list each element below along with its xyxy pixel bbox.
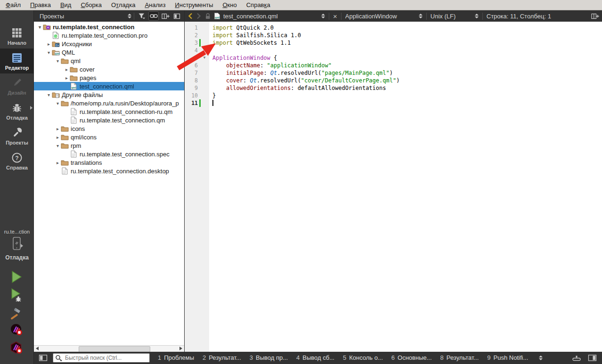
menu-item[interactable]: Справка [242,0,275,10]
tree-row[interactable]: qmltest_connection.qml [34,82,184,90]
tree-row[interactable]: ▸C+Исходники [34,40,184,48]
menu-item[interactable]: Вид [56,0,76,10]
menu-item[interactable]: Окно [218,0,241,10]
mode-help[interactable]: ?Справка [0,148,34,173]
line-number: 6 [185,62,198,69]
line-ending-dropdown[interactable]: Unix (LF) [431,13,479,20]
debug-run-button[interactable] [9,288,24,303]
tree-expand-arrow-icon[interactable]: ▾ [37,24,43,30]
tree-row[interactable]: ▾qmlQML [34,48,184,57]
tree-row[interactable]: ▾qml [34,57,184,65]
emulator-status-button-1[interactable] [9,323,24,338]
mode-editor[interactable]: Редактор [0,49,34,73]
output-pane-selector-arrows-icon[interactable] [539,356,543,360]
tree-row[interactable]: Qtru.template.test_connection.pro [34,31,184,40]
svg-text:Qt: Qt [54,35,57,38]
output-pane-button[interactable]: 6Основные... [387,352,436,364]
tree-expand-arrow-icon[interactable]: ▾ [55,58,61,64]
emulator-status-button-2[interactable] [9,341,24,356]
run-button[interactable] [9,270,24,285]
close-pane-icon[interactable] [172,11,182,21]
split-pane-icon[interactable] [160,11,171,21]
tree-row[interactable]: ru.template.test_connection-ru.qm [34,107,184,116]
gutter-line: 1 [185,24,209,32]
mode-label: Отладка [6,115,28,121]
menu-item[interactable]: Правка [25,0,56,10]
mode-welcome-grid[interactable]: Начало [0,24,34,49]
forward-icon[interactable] [196,12,202,20]
mode-projects-wrench[interactable]: Проекты [0,123,34,148]
menu-item[interactable]: Сборка [76,0,106,10]
menu-item[interactable]: Файл [1,0,25,10]
folder-icon [61,57,69,65]
toggle-left-sidebar-icon[interactable] [38,353,49,363]
back-icon[interactable] [187,12,193,20]
tree-row[interactable]: ▾/home/omp.ru/a.rusin/Desktop/aurora_p [34,99,184,107]
scroll-right-icon[interactable] [179,347,182,350]
scroll-left-icon[interactable] [36,347,39,350]
code-token [212,62,226,69]
tree-row[interactable]: ▸translations [34,158,184,167]
tree-expand-arrow-icon[interactable]: ▾ [46,50,52,55]
sync-with-editor-link-icon[interactable] [148,11,159,21]
folder-icon [61,159,69,166]
output-pane-button[interactable]: 5Консоль о... [339,352,387,364]
maximize-output-icon[interactable] [571,353,582,363]
build-button[interactable] [9,306,24,321]
code-line: initialPage: Qt.resolvedUrl("pages/MainP… [212,69,602,77]
kit-selector-button[interactable] [9,236,24,252]
tree-expand-arrow-icon[interactable]: ▸ [64,67,70,72]
output-pane-button[interactable]: 9Push Notifi... [483,352,532,364]
code-token: ApplicationWindow [212,55,270,61]
menu-item[interactable]: Инструменты [170,0,218,10]
tree-row[interactable]: ru.template.test_connection.qm [34,116,184,124]
menu-item[interactable]: Анализ [140,0,170,10]
tree-expand-arrow-icon[interactable]: ▾ [46,92,52,97]
output-pane-button[interactable]: 8Результат... [436,352,483,364]
code-view[interactable]: import QtQuick 2.0import Sailfish.Silica… [209,22,602,352]
open-document-dropdown[interactable]: qml test_connection.qml [214,12,325,20]
tree-row[interactable]: ▸qml/icons [34,133,184,141]
tree-row[interactable]: ▾ru.template.test_connection [34,23,184,31]
fold-marker-icon[interactable]: ▼ [203,56,206,60]
menu-item[interactable]: Отладка [106,0,140,10]
code-line: import QtWebSockets 1.1 [212,39,602,47]
tree-expand-arrow-icon[interactable]: ▸ [55,160,61,165]
projects-pane: Проекты ▾ru.template.test_connectionQtru… [34,10,184,352]
locator-search-box[interactable] [53,353,150,363]
tree-expand-arrow-icon[interactable]: ▸ [46,41,52,47]
tree-row[interactable]: ▸cover [34,65,184,73]
tree-row[interactable]: ▸pages [34,73,184,82]
tree-expand-arrow-icon[interactable]: ▸ [55,135,61,140]
tree-row[interactable]: ▾Другие файлы [34,90,184,99]
toggle-right-sidebar-icon[interactable] [587,353,598,363]
output-pane-button[interactable]: 2Результат... [198,352,245,364]
search-input[interactable] [64,354,147,362]
tree-expand-arrow-icon[interactable]: ▾ [55,101,61,106]
output-pane-button[interactable]: 3Вывод пр... [245,352,292,364]
ide-window: ФайлПравкаВидСборкаОтладкаАнализИнструме… [0,0,602,364]
tree-row[interactable]: ▾rpm [34,141,184,150]
split-editor-icon[interactable] [591,13,599,20]
close-document-icon[interactable]: × [333,13,337,20]
tree-row[interactable]: ru.template.test_connection.spec [34,150,184,158]
mode-debug-bug[interactable]: Отладка [0,98,34,123]
filter-icon[interactable] [137,11,147,21]
pane-selector-arrows-icon[interactable] [128,14,131,18]
tree-row[interactable]: ▸icons [34,124,184,133]
folder-icon [61,142,69,149]
symbol-dropdown[interactable]: ApplicationWindow [345,13,423,20]
horizontal-scrollbar[interactable] [34,345,184,352]
tree-row[interactable]: ru.template.test_connection.desktop [34,167,184,175]
output-pane-button[interactable]: 4Вывод сб... [292,352,339,364]
output-pane-button[interactable]: 1Проблемы [154,352,198,364]
tree-expand-arrow-icon[interactable]: ▾ [55,143,61,148]
output-pane-buttons: 1Проблемы2Результат...3Вывод пр...4Вывод… [154,352,532,364]
projects-pane-title[interactable]: Проекты [40,13,64,20]
code-token: : defaultAllowedOrientations [291,85,386,91]
tree-expand-arrow-icon[interactable]: ▸ [55,126,61,131]
output-pane-label: Вывод сб... [302,352,334,364]
code-token: QtQuick 2.0 [233,24,274,31]
code-token: ) [396,77,399,84]
tree-expand-arrow-icon[interactable]: ▸ [64,75,70,81]
